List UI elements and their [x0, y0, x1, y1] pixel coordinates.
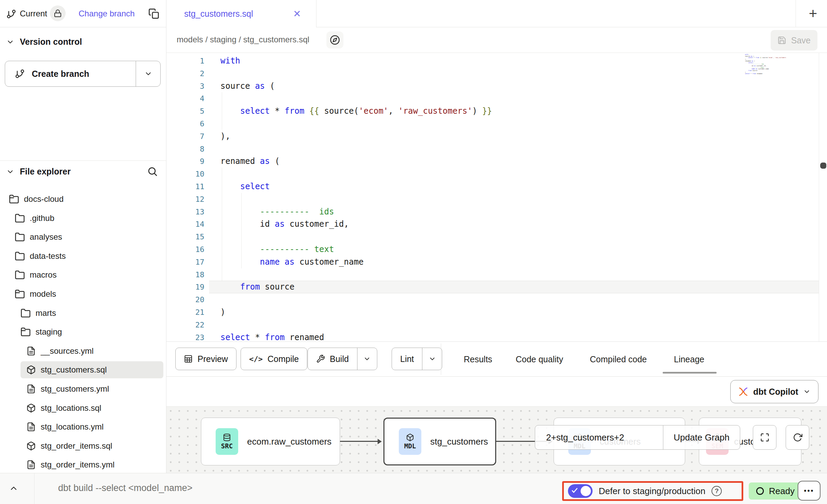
code-line-7[interactable]: 7),	[166, 130, 827, 143]
refresh-button[interactable]	[786, 425, 809, 450]
wrench-icon	[316, 354, 325, 363]
code-line-15[interactable]: 15	[166, 230, 827, 243]
code-line-22[interactable]: 22	[166, 319, 827, 331]
code-line-21[interactable]: 21)	[166, 306, 827, 319]
file-item-models[interactable]: models	[0, 284, 166, 304]
change-branch-link[interactable]: Change branch	[79, 9, 135, 18]
lineage-selector-input[interactable]: 2+stg_customers+2	[535, 432, 663, 443]
code-line-9[interactable]: 9renamed as (	[166, 155, 827, 168]
file-item-stg-customers-sql[interactable]: stg_customers.sql	[0, 360, 166, 379]
fullscreen-button[interactable]	[753, 425, 776, 450]
code-line-14[interactable]: 14 id as customer_id,	[166, 218, 827, 230]
code-line-6[interactable]: 6	[166, 117, 827, 130]
lineage-node-stg-customers[interactable]: MDL stg_customers	[383, 418, 496, 465]
file-search-icon[interactable]	[147, 166, 158, 177]
more-options-button[interactable]: •••	[798, 481, 821, 501]
file-explorer-section-header[interactable]: File explorer	[6, 167, 71, 177]
code-line-8[interactable]: 8	[166, 143, 827, 155]
build-label: Build	[330, 354, 349, 364]
file-item-stg-order-items-sql[interactable]: stg_order_items.sql	[0, 436, 166, 456]
chevron-down-icon	[429, 355, 436, 363]
lint-dropdown[interactable]	[422, 348, 442, 370]
folder-icon	[21, 308, 31, 318]
file-name: docs-cloud	[24, 194, 64, 204]
file-name: stg_locations.sql	[41, 403, 101, 413]
code-line-18[interactable]: 18	[166, 268, 827, 281]
defer-toggle[interactable]	[568, 484, 593, 498]
build-button[interactable]: Build	[308, 348, 377, 370]
code-line-5[interactable]: 5 select * from {{ source('ecom', 'raw_c…	[166, 105, 827, 117]
file-item-analyses[interactable]: analyses	[0, 227, 166, 247]
build-dropdown[interactable]	[357, 348, 377, 370]
file-item-marts[interactable]: marts	[0, 304, 166, 323]
branch-lock-badge	[50, 5, 66, 21]
code-line-10[interactable]: 10	[166, 168, 827, 180]
tab-code-quality[interactable]: Code quality	[516, 342, 563, 377]
file-item-stg-locations-yml[interactable]: stg_locations.yml	[0, 417, 166, 436]
docs-compass-icon[interactable]	[326, 31, 343, 48]
status-ready-badge[interactable]: Ready	[749, 482, 801, 500]
tab-stg-customers[interactable]: stg_customers.sql ✕	[166, 0, 316, 27]
code-line-17[interactable]: 17 name as customer_name	[166, 256, 827, 268]
code-line-13[interactable]: 13 ---------- ids	[166, 206, 827, 218]
tab-compiled-code[interactable]: Compiled code	[590, 342, 647, 377]
tab-results[interactable]: Results	[464, 342, 492, 377]
tab-lineage[interactable]: Lineage	[674, 342, 704, 377]
lint-button[interactable]: Lint	[392, 348, 442, 370]
chevron-down-icon	[144, 70, 152, 78]
code-line-19[interactable]: 19 from source	[166, 281, 827, 293]
code-line-1[interactable]: 1with	[166, 55, 827, 67]
table-icon	[184, 354, 193, 363]
line-number: 22	[166, 319, 204, 331]
code-line-2[interactable]: 2	[166, 67, 827, 80]
copy-branch-icon[interactable]	[148, 8, 159, 19]
code-line-12[interactable]: 12	[166, 193, 827, 206]
version-control-section-header[interactable]: Version control	[6, 37, 82, 47]
line-number: 12	[166, 193, 204, 206]
code-editor[interactable]: 1with23source as (45 select * from {{ so…	[166, 53, 827, 341]
file-item-stg-order-items-yml[interactable]: stg_order_items.yml	[0, 455, 166, 474]
save-button[interactable]: Save	[771, 30, 817, 51]
code-line-4[interactable]: 4	[166, 92, 827, 105]
close-tab-icon[interactable]: ✕	[293, 8, 301, 19]
file-item-docs-cloud[interactable]: docs-cloud	[0, 190, 166, 209]
preview-button[interactable]: Preview	[175, 348, 236, 370]
line-number: 14	[166, 218, 204, 230]
tab-title: stg_customers.sql	[184, 9, 253, 19]
create-branch-dropdown[interactable]	[136, 61, 160, 86]
file-name: marts	[36, 308, 56, 318]
code-line-20[interactable]: 20	[166, 293, 827, 306]
code-line-23[interactable]: 23select * from renamed	[166, 331, 827, 341]
file-item-stg-locations-sql[interactable]: stg_locations.sql	[0, 398, 166, 418]
file-item-data-tests[interactable]: data-tests	[0, 247, 166, 266]
update-graph-button[interactable]: Update Graph	[663, 425, 740, 449]
editor-minimap[interactable]: withsource as ( select * from {{ source(…	[745, 54, 786, 75]
defer-label: Defer to staging/production	[599, 486, 705, 496]
file-item--sources-yml[interactable]: __sources.yml	[0, 341, 166, 361]
file-item-macros[interactable]: macros	[0, 265, 166, 284]
line-number: 2	[166, 67, 204, 80]
window-scrollbar-thumb[interactable]	[821, 163, 826, 169]
help-icon[interactable]: ?	[711, 486, 722, 496]
version-control-title: Version control	[20, 37, 82, 47]
file-item--github[interactable]: .github	[0, 209, 166, 228]
lineage-canvas[interactable]: SRC ecom.raw_customers MDL stg_customers…	[166, 406, 827, 473]
command-input[interactable]: dbt build --select <model_name>	[58, 483, 192, 493]
file-item-staging[interactable]: staging	[0, 322, 166, 341]
code-line-16[interactable]: 16 ---------- text	[166, 243, 827, 256]
line-number: 21	[166, 306, 204, 319]
code-line-3[interactable]: 3source as (	[166, 80, 827, 93]
collapse-panel-button[interactable]	[9, 484, 18, 493]
new-tab-button[interactable]: +	[803, 5, 823, 23]
file-item-stg-customers-yml[interactable]: stg_customers.yml	[0, 379, 166, 398]
folder-icon	[15, 251, 25, 261]
node-label: stg_customers	[430, 436, 488, 447]
create-branch-button[interactable]: Create branch	[5, 61, 161, 87]
compile-button[interactable]: </> Compile	[241, 348, 307, 370]
code-line-11[interactable]: 11 select	[166, 180, 827, 193]
lineage-node-source[interactable]: SRC ecom.raw_customers	[201, 418, 340, 465]
dbt-copilot-button[interactable]: dbt Copilot	[730, 380, 818, 403]
line-number: 5	[166, 105, 204, 117]
chevron-down-icon	[363, 355, 371, 363]
file-name: stg_locations.yml	[41, 422, 104, 432]
